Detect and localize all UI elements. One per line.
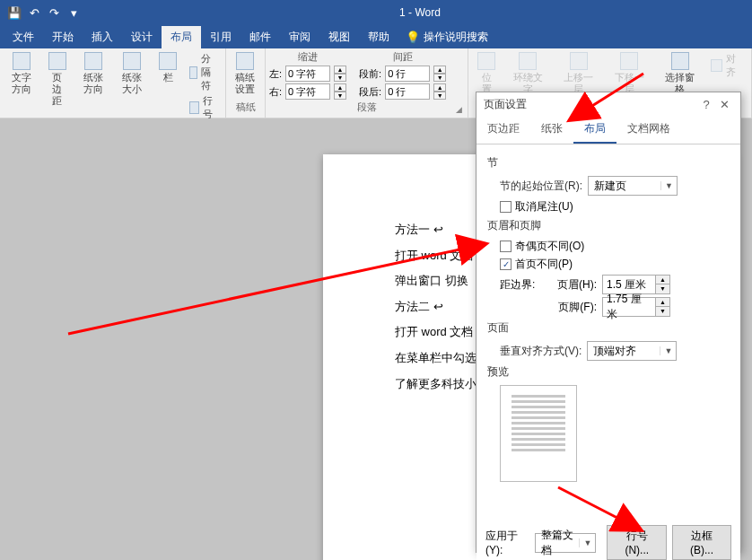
lightbulb-icon: 💡 <box>406 31 420 44</box>
text-direction-button[interactable]: 文字方向 <box>4 50 39 97</box>
borders-dialog-button[interactable]: 边框(B)... <box>672 525 731 560</box>
footer-distance-input[interactable]: 1.75 厘米 ▲▼ <box>602 297 670 317</box>
dialog-tab-grid[interactable]: 文档网格 <box>616 116 681 144</box>
tell-me-label: 操作说明搜索 <box>424 30 488 45</box>
dialog-tabs: 页边距 纸张 布局 文档网格 <box>477 116 740 144</box>
tell-me-search[interactable]: 💡 操作说明搜索 <box>398 26 495 48</box>
breaks-button[interactable]: 分隔符 <box>189 52 218 92</box>
tab-help[interactable]: 帮助 <box>359 26 398 48</box>
chevron-down-icon[interactable]: ▼ <box>660 181 677 190</box>
indent-left-up[interactable]: ▲ <box>334 66 346 74</box>
wrap-text-button: 环绕文字 <box>504 50 551 97</box>
tab-mailings[interactable]: 邮件 <box>240 26 280 48</box>
dialog-help-icon[interactable]: ? <box>697 98 715 111</box>
undo-icon[interactable]: ↶ <box>27 5 41 20</box>
size-button[interactable]: 纸张大小 <box>115 50 151 97</box>
tab-insert[interactable]: 插入 <box>83 26 122 48</box>
preview-thumbnail <box>500 385 577 482</box>
indent-left-input[interactable] <box>285 66 330 82</box>
group-paragraph: 缩进 左:▲▼ 右:▲▼ 间距 段前:▲▼ 段后:▲▼ 段落◢ <box>266 48 468 118</box>
spacing-before-input[interactable] <box>385 66 430 82</box>
title-bar: 💾 ↶ ↷ ▾ 1 - Word <box>0 0 752 25</box>
tab-design[interactable]: 设计 <box>122 26 162 48</box>
indent-right-down[interactable]: ▼ <box>334 92 346 100</box>
quick-access-toolbar: 💾 ↶ ↷ ▾ <box>0 5 88 20</box>
paper-settings-button[interactable]: 稿纸 设置 <box>230 50 260 97</box>
chevron-down-icon[interactable]: ▼ <box>579 538 595 547</box>
bring-forward-button: 上移一层 <box>555 50 602 97</box>
position-button: 位置 <box>472 50 501 97</box>
indent-left-down[interactable]: ▼ <box>334 74 346 82</box>
dialog-tab-paper[interactable]: 纸张 <box>530 116 573 144</box>
paragraph-launcher-icon[interactable]: ◢ <box>456 105 462 114</box>
send-backward-button: 下移一层 <box>606 50 652 97</box>
dialog-apply-row: 应用于(Y): 整篇文档 ▼ 行号(N)... 边框(B)... <box>477 521 740 560</box>
indent-right-input[interactable] <box>285 83 330 100</box>
vertical-align-combo[interactable]: 顶端对齐 ▼ <box>587 341 677 361</box>
chevron-down-icon[interactable]: ▼ <box>660 346 676 355</box>
dialog-close-icon[interactable]: ✕ <box>715 98 733 111</box>
dialog-title: 页面设置 <box>484 97 697 112</box>
line-numbers-dialog-button[interactable]: 行号(N)... <box>607 525 667 560</box>
group-page-setup: 文字方向 页边距 纸张方向 纸张大小 栏 分隔符 行号 断字 页面设置◢ <box>0 48 226 118</box>
qat-customize-icon[interactable]: ▾ <box>66 5 81 20</box>
align-button: 对齐 <box>711 52 744 79</box>
tab-file[interactable]: 文件 <box>4 26 43 48</box>
suppress-endnotes-checkbox[interactable] <box>500 201 512 213</box>
columns-button[interactable]: 栏 <box>153 50 182 85</box>
dialog-titlebar: 页面设置 ? ✕ <box>477 92 740 116</box>
save-icon[interactable]: 💾 <box>7 5 22 20</box>
ribbon-tabs: 文件 开始 插入 设计 布局 引用 邮件 审阅 视图 帮助 💡 操作说明搜索 <box>0 25 752 48</box>
page-setup-dialog: 页面设置 ? ✕ 页边距 纸张 布局 文档网格 节 节的起始位置(R): 新建页… <box>476 92 741 553</box>
tab-references[interactable]: 引用 <box>201 26 240 48</box>
dialog-tab-margins[interactable]: 页边距 <box>477 116 530 144</box>
margins-button[interactable]: 页边距 <box>43 50 73 109</box>
selection-pane-button[interactable]: 选择窗格 <box>657 50 704 97</box>
redo-icon[interactable]: ↷ <box>47 5 61 20</box>
tab-home[interactable]: 开始 <box>43 26 83 48</box>
apply-to-combo[interactable]: 整篇文档 ▼ <box>535 533 597 553</box>
dialog-body: 节 节的起始位置(R): 新建页 ▼ 取消尾注(U) 页眉和页脚 奇偶页不同(O… <box>477 144 740 521</box>
group-paper: 稿纸 设置 稿纸 <box>226 48 266 118</box>
tab-review[interactable]: 审阅 <box>280 26 319 48</box>
section-start-combo[interactable]: 新建页 ▼ <box>588 176 678 196</box>
window-title: 1 - Word <box>88 6 752 19</box>
line-numbers-button[interactable]: 行号 <box>189 94 218 121</box>
indent-right-up[interactable]: ▲ <box>334 83 346 92</box>
orientation-button[interactable]: 纸张方向 <box>75 50 111 97</box>
odd-even-checkbox[interactable] <box>500 241 512 252</box>
tab-layout[interactable]: 布局 <box>162 26 201 48</box>
first-page-different-checkbox[interactable] <box>500 258 512 270</box>
tab-view[interactable]: 视图 <box>319 26 359 48</box>
dialog-tab-layout[interactable]: 布局 <box>573 116 616 144</box>
spacing-after-input[interactable] <box>385 83 430 100</box>
